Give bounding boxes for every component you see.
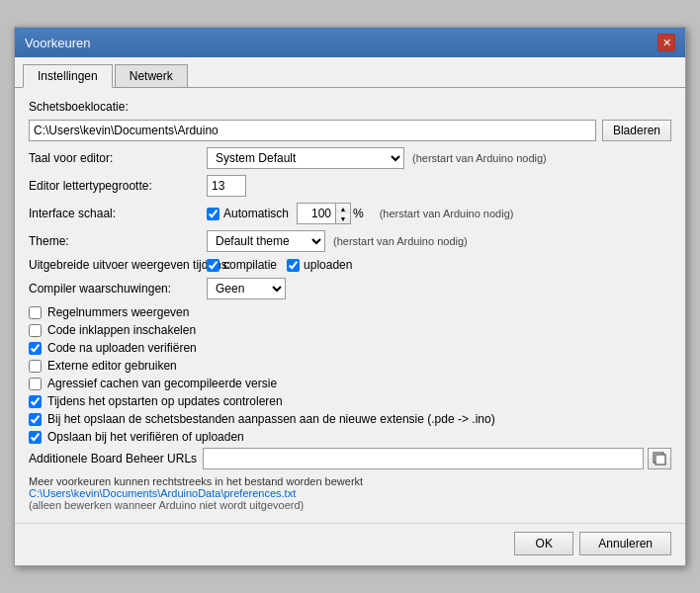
save-extension-label: Bij het opslaan de schetsbestanden aanpa… bbox=[47, 412, 495, 426]
cancel-button[interactable]: Annuleren bbox=[579, 532, 671, 555]
path-info-section: Meer voorkeuren kunnen rechtstreeks in h… bbox=[29, 475, 671, 511]
scale-unit: % bbox=[353, 207, 364, 220]
compiler-warnings-label: Compiler waarschuwingen: bbox=[29, 282, 207, 296]
sketchbook-label: Schetsboeklocatie: bbox=[29, 100, 129, 114]
code-folding-label: Code inklappen inschakelen bbox=[47, 323, 196, 337]
compiler-warnings-select[interactable]: Geen bbox=[207, 278, 286, 299]
verbose-compile-checkbox[interactable] bbox=[207, 259, 219, 272]
interface-auto-label: Automatisch bbox=[223, 207, 289, 220]
checkbox-aggressive-cache: Agressief cachen van gecompileerde versi… bbox=[29, 377, 671, 390]
spinner-up-button[interactable]: ▲ bbox=[336, 204, 350, 213]
save-extension-checkbox[interactable] bbox=[29, 413, 42, 426]
interface-scale-row: Interface schaal: Automatisch ▲ ▼ % (her… bbox=[29, 203, 671, 224]
checkbox-save-extension: Bij het opslaan de schetsbestanden aanpa… bbox=[29, 412, 671, 426]
interface-scale-label: Interface schaal: bbox=[29, 207, 207, 220]
checkbox-verify-upload: Code na uploaden verifiëren bbox=[29, 341, 671, 355]
sketchbook-input[interactable] bbox=[29, 120, 596, 141]
interface-scale-spinner: ▲ ▼ bbox=[297, 203, 351, 224]
interface-scale-note: (herstart van Arduino nodig) bbox=[380, 208, 514, 219]
language-row: Taal voor editor: System Default (hersta… bbox=[29, 147, 671, 169]
preferences-dialog: Voorkeuren ✕ Instellingen Netwerk Schets… bbox=[14, 27, 686, 566]
verbose-row: Uitgebreide uitvoer weergeven tijdens: c… bbox=[29, 258, 671, 272]
browse-button[interactable]: Bladeren bbox=[602, 120, 671, 141]
checkbox-check-updates: Tijdens het opstarten op updates control… bbox=[29, 394, 671, 408]
checkboxes-section: Regelnummers weergeven Code inklappen in… bbox=[29, 305, 671, 444]
line-numbers-checkbox[interactable] bbox=[29, 306, 42, 319]
more-prefs-text: Meer voorkeuren kunnen rechtstreeks in h… bbox=[29, 475, 671, 487]
verify-upload-checkbox[interactable] bbox=[29, 342, 42, 355]
spinner-buttons: ▲ ▼ bbox=[336, 203, 351, 224]
line-numbers-label: Regelnummers weergeven bbox=[47, 305, 189, 319]
language-select[interactable]: System Default bbox=[207, 147, 404, 169]
language-label: Taal voor editor: bbox=[29, 151, 207, 165]
tab-netwerk[interactable]: Netwerk bbox=[115, 64, 188, 88]
board-urls-icon-button[interactable] bbox=[648, 448, 671, 469]
save-verify-label: Opslaan bij het verifiëren of uploaden bbox=[47, 430, 244, 444]
check-updates-label: Tijdens het opstarten op updates control… bbox=[47, 394, 283, 408]
sketchbook-path-row: Bladeren bbox=[29, 120, 671, 141]
prefs-path[interactable]: C:\Users\kevin\Documents\ArduinoData\pre… bbox=[29, 487, 671, 499]
checkbox-code-folding: Code inklappen inschakelen bbox=[29, 323, 671, 337]
verbose-upload-label: uploaden bbox=[304, 258, 352, 272]
checkbox-line-numbers: Regelnummers weergeven bbox=[29, 305, 671, 319]
close-button[interactable]: ✕ bbox=[657, 34, 675, 51]
tab-instellingen[interactable]: Instellingen bbox=[23, 64, 113, 88]
compiler-warnings-row: Compiler waarschuwingen: Geen bbox=[29, 278, 671, 299]
code-folding-checkbox[interactable] bbox=[29, 324, 42, 337]
verbose-label: Uitgebreide uitvoer weergeven tijdens: bbox=[29, 258, 207, 272]
font-size-input[interactable] bbox=[207, 175, 246, 197]
title-bar: Voorkeuren ✕ bbox=[15, 28, 685, 57]
theme-row: Theme: Default theme (herstart van Ardui… bbox=[29, 230, 671, 252]
verbose-compile-label: compilatie bbox=[223, 258, 277, 272]
board-urls-label: Additionele Board Beheer URLs bbox=[29, 452, 197, 466]
checkbox-save-verify: Opslaan bij het verifiëren of uploaden bbox=[29, 430, 671, 444]
font-size-row: Editor lettertypegrootte: bbox=[29, 175, 671, 197]
svg-rect-1 bbox=[656, 455, 665, 465]
theme-label: Theme: bbox=[29, 234, 207, 248]
save-verify-checkbox[interactable] bbox=[29, 431, 42, 444]
theme-note: (herstart van Arduino nodig) bbox=[333, 235, 468, 247]
prefs-note: (alleen bewerken wanneer Arduino niet wo… bbox=[29, 499, 671, 511]
sketchbook-row: Schetsboeklocatie: bbox=[29, 100, 671, 114]
board-urls-input[interactable] bbox=[203, 448, 644, 469]
aggressive-cache-checkbox[interactable] bbox=[29, 378, 42, 390]
font-size-label: Editor lettertypegrootte: bbox=[29, 179, 207, 193]
interface-auto-checkbox[interactable] bbox=[207, 208, 219, 220]
checkbox-external-editor: Externe editor gebruiken bbox=[29, 359, 671, 373]
theme-select[interactable]: Default theme bbox=[207, 230, 325, 252]
check-updates-checkbox[interactable] bbox=[29, 395, 42, 408]
verify-upload-label: Code na uploaden verifiëren bbox=[47, 341, 197, 355]
interface-scale-input[interactable] bbox=[297, 203, 336, 224]
dialog-title: Voorkeuren bbox=[25, 36, 91, 50]
external-editor-label: Externe editor gebruiken bbox=[47, 359, 177, 373]
external-editor-checkbox[interactable] bbox=[29, 360, 42, 373]
spinner-down-button[interactable]: ▼ bbox=[336, 213, 350, 223]
settings-content: Schetsboeklocatie: Bladeren Taal voor ed… bbox=[15, 88, 685, 523]
language-note: (herstart van Arduino nodig) bbox=[412, 152, 547, 164]
tab-bar: Instellingen Netwerk bbox=[15, 57, 685, 88]
board-urls-row: Additionele Board Beheer URLs bbox=[29, 448, 671, 469]
ok-button[interactable]: OK bbox=[514, 532, 573, 555]
verbose-upload-checkbox[interactable] bbox=[287, 259, 300, 272]
aggressive-cache-label: Agressief cachen van gecompileerde versi… bbox=[47, 377, 277, 390]
button-row: OK Annuleren bbox=[15, 523, 685, 565]
